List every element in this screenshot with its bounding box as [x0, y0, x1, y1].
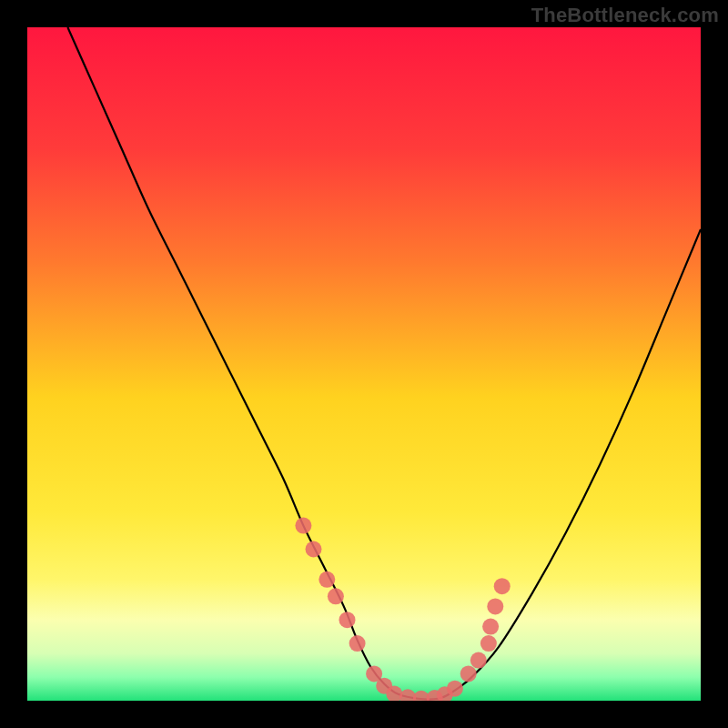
- marker-dot: [494, 578, 511, 594]
- marker-dot: [487, 598, 503, 614]
- marker-dot: [447, 681, 463, 697]
- marker-dot: [306, 541, 322, 558]
- marker-dot: [349, 635, 366, 652]
- marker-dot: [318, 571, 335, 588]
- marker-dot: [480, 635, 497, 652]
- outer-frame: TheBottleneck.com: [0, 0, 728, 728]
- marker-dot: [470, 652, 487, 669]
- watermark-text: TheBottleneck.com: [531, 4, 719, 27]
- marker-dot: [295, 518, 311, 534]
- gradient-background: [27, 27, 701, 701]
- marker-dot: [482, 619, 499, 635]
- marker-dot: [328, 588, 344, 604]
- marker-dot: [339, 612, 356, 628]
- chart-plot: [27, 27, 701, 701]
- marker-dot: [460, 665, 477, 682]
- chart-svg: [27, 27, 701, 701]
